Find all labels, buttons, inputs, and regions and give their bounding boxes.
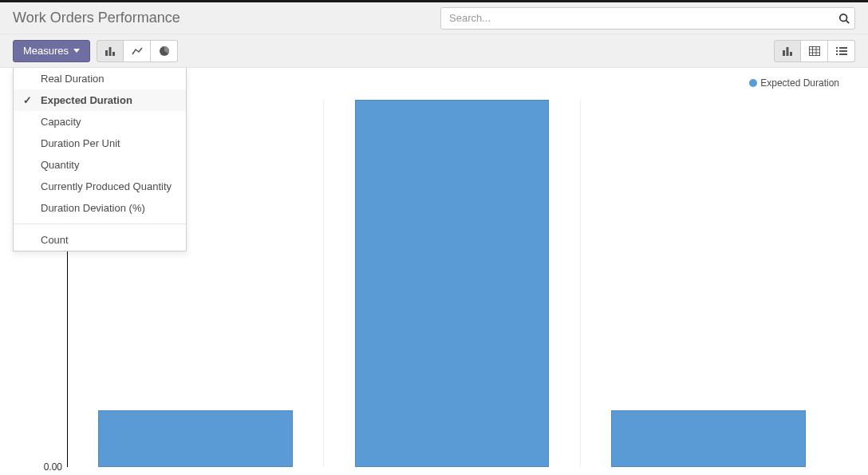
svg-rect-8 (790, 52, 792, 56)
measures-dropdown-item-2[interactable]: Capacity (14, 111, 186, 133)
svg-rect-9 (809, 46, 819, 55)
bar-chart-icon (782, 46, 793, 56)
measures-button[interactable]: Measures (13, 40, 90, 62)
line-chart-icon (132, 46, 143, 56)
bar-chart-icon (105, 46, 116, 56)
x-label: MO/00015 (68, 467, 324, 475)
view-mode-group (774, 40, 855, 62)
svg-rect-7 (787, 47, 789, 56)
pie-chart-icon (159, 46, 170, 57)
svg-line-1 (846, 20, 850, 23)
legend-label: Expected Duration (760, 77, 839, 89)
svg-rect-17 (839, 50, 847, 52)
x-label: MO/00017 (324, 467, 580, 475)
measures-dropdown-item-0[interactable]: Real Duration (14, 68, 186, 89)
search-input[interactable] (440, 7, 855, 30)
measures-dropdown-item-1[interactable]: Expected Duration (14, 89, 186, 111)
chart-type-group (97, 40, 178, 62)
measures-dropdown-item-3[interactable]: Duration Per Unit (14, 133, 186, 154)
pivot-view-button[interactable] (801, 40, 828, 62)
measures-dropdown-item-4[interactable]: Quantity (14, 154, 186, 176)
svg-rect-6 (783, 50, 785, 56)
svg-rect-18 (836, 53, 838, 55)
search-wrap (440, 7, 855, 30)
list-icon (836, 46, 847, 56)
bar-chart-button[interactable] (97, 40, 124, 62)
y-tick-0: 0.00 (32, 461, 62, 473)
svg-rect-4 (112, 52, 115, 56)
svg-rect-2 (105, 50, 108, 56)
svg-rect-15 (839, 47, 847, 49)
measures-dropdown: Real DurationExpected DurationCapacityDu… (13, 68, 187, 251)
measures-button-label: Measures (23, 45, 69, 57)
bar[interactable] (355, 100, 549, 467)
list-view-button[interactable] (828, 40, 855, 62)
header-bar: Work Orders Performance (0, 2, 868, 34)
table-icon (809, 46, 820, 56)
legend-dot-icon (749, 79, 757, 87)
caret-down-icon (73, 49, 80, 53)
pie-chart-button[interactable] (151, 40, 178, 62)
svg-rect-19 (839, 53, 847, 55)
toolbar: Measures (0, 34, 868, 68)
dropdown-separator (14, 224, 186, 224)
bar-slot (324, 100, 580, 467)
graph-view-button[interactable] (774, 40, 801, 62)
svg-rect-14 (836, 47, 838, 49)
bar[interactable] (98, 410, 292, 467)
x-label: MO/00019 (580, 467, 836, 475)
measures-dropdown-item-6[interactable]: Duration Deviation (%) (14, 197, 186, 219)
measures-dropdown-item-5[interactable]: Currently Produced Quantity (14, 176, 186, 197)
svg-point-0 (840, 14, 847, 21)
line-chart-button[interactable] (124, 40, 151, 62)
legend: Expected Duration (749, 77, 839, 89)
page-title: Work Orders Performance (13, 10, 180, 26)
bar[interactable] (611, 410, 805, 467)
search-icon[interactable] (836, 10, 852, 26)
bar-slot (581, 100, 836, 467)
svg-rect-3 (109, 47, 112, 56)
x-labels: MO/00015MO/00017MO/00019 (68, 467, 836, 475)
measures-dropdown-count[interactable]: Count (14, 229, 186, 251)
svg-rect-16 (836, 50, 838, 52)
